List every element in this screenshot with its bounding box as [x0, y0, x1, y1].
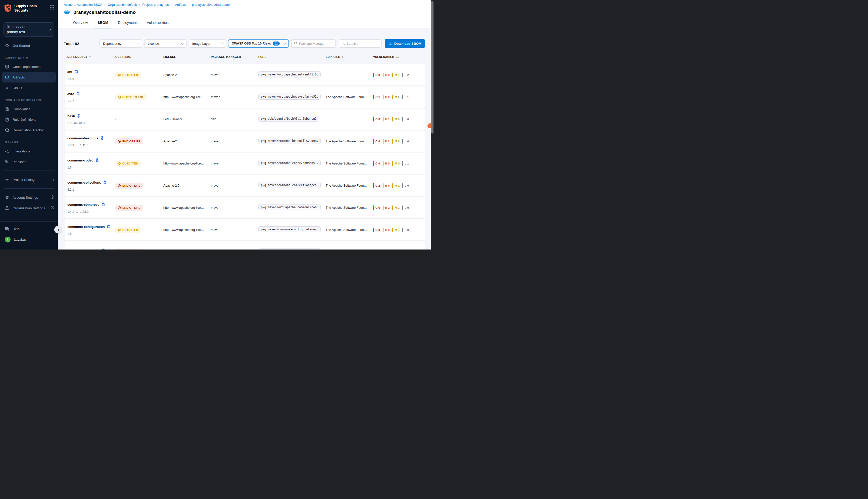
purl-chip[interactable]: pkg:maven/org.apache.commons/com…	[258, 204, 320, 210]
oss-risk-badge: CLOSE TO EOL	[115, 94, 146, 100]
dependency-version: 1.6→	[67, 166, 115, 169]
column-header-supplier[interactable]: SUPPLIER▲▼	[326, 55, 373, 58]
supplier-search[interactable]	[339, 39, 381, 48]
image-layer-dropdown[interactable]: Image Layer	[189, 39, 226, 48]
package-manager-input[interactable]	[299, 42, 333, 46]
severity-m-count: M1	[392, 183, 400, 188]
sidebar-item-pipelines[interactable]: Pipelines	[0, 156, 58, 167]
scrollbar-thumb[interactable]	[431, 1, 433, 134]
sidebar-item-get-started[interactable]: Get Started	[0, 40, 58, 51]
scrollbar-track[interactable]	[431, 0, 434, 250]
sidebar-nav: Get Started SUPPLY CHAIN Code Repositori…	[0, 40, 58, 213]
tab-vulnerabilities[interactable]: Vulnerabilities	[146, 21, 169, 28]
sidebar-item-organization-settings[interactable]: Organization Settings	[0, 203, 58, 213]
license-dropdown[interactable]: License	[144, 39, 187, 48]
severity-m-count: M0	[392, 117, 400, 121]
purl-chip[interactable]: pkg:deb/ubuntu/bash@5.1-6ubuntu1	[258, 116, 319, 122]
supplier: The Apache Software Foun…	[326, 184, 373, 187]
breadcrumb-link[interactable]: Project: pranay-test	[142, 3, 169, 7]
sidebar-collapse-handle[interactable]: ◀	[54, 226, 62, 233]
package-manager-search[interactable]	[291, 39, 336, 48]
table-row[interactable]: commons-beanutils 1.8.3→1.11.0 END OF LI…	[65, 131, 426, 152]
app-switcher-grid-icon[interactable]	[50, 5, 54, 10]
purl-chip[interactable]: pkg:maven/commons-collections/co…	[258, 182, 320, 188]
sidebar-item-code-repositories[interactable]: Code Repositories	[0, 61, 58, 72]
purl-chip[interactable]: pkg:maven/commons-codec/commons-…	[258, 160, 320, 166]
sort-icon[interactable]: ▲▼	[342, 56, 343, 58]
license: Apache-2.0	[163, 73, 211, 77]
table-row[interactable]: commons-fileupload → END OF LIFE Apache-…	[65, 242, 426, 250]
vulnerability-counts: C1H0M0L1	[373, 95, 426, 99]
tab-deployments[interactable]: Deployments	[117, 21, 139, 28]
table-row[interactable]: commons-compress 1.4.1→1.28.0 END OF LIF…	[65, 197, 426, 218]
severity-m-count: M0	[392, 161, 400, 166]
license: Apache-2.0	[163, 139, 211, 143]
tab-overview[interactable]: Overview	[72, 21, 88, 28]
column-header-dependency[interactable]: DEPENDENCY▼	[67, 55, 115, 58]
purl-chip[interactable]: pkg:maven/commons-configuration/…	[258, 226, 320, 232]
remediation-box-icon	[5, 128, 9, 132]
package-manager: maven	[211, 206, 258, 209]
severity-l-count: L0	[402, 117, 409, 121]
table-row[interactable]: avro 1.7.7→ CLOSE TO EOL http---www.apac…	[65, 86, 426, 108]
owasp-risks-dropdown[interactable]: OWASP OSS Top 10 Risks 02	[228, 39, 289, 48]
table-header: DEPENDENCY▼OSS RISKSLICENSEPACKAGE MANAG…	[65, 55, 426, 58]
breadcrumb-link[interactable]: Organization: default	[108, 3, 137, 7]
user-menu[interactable]: L Lavakush	[0, 234, 58, 245]
table-row[interactable]: commons-codec 1.6→ OUTDATED http---www.a…	[65, 153, 426, 174]
sidebar-item-integrations[interactable]: Integrations	[0, 146, 58, 156]
sort-desc-icon[interactable]: ▼	[89, 56, 91, 58]
sidebar-item-project-settings[interactable]: Project Settings ›	[0, 174, 58, 185]
purl-chip[interactable]: pkg:maven/commons-fileupload/com…	[258, 248, 320, 250]
sidebar-item-account-settings[interactable]: Account Settings	[0, 192, 58, 203]
purl-chip[interactable]: pkg:maven/commons-beanutils/comm…	[258, 138, 320, 144]
download-sbom-button[interactable]: Download SBOM	[385, 39, 425, 48]
nav-heading-supply-chain: SUPPLY CHAIN	[0, 51, 58, 61]
column-header-package-manager: PACKAGE MANAGER	[211, 55, 258, 58]
breadcrumb-separator-icon: ›	[189, 3, 190, 7]
oss-risk-badge: END OF LIFE	[115, 249, 143, 250]
severity-h-count: H0	[383, 95, 390, 99]
ban-icon	[118, 206, 121, 209]
dependency-dropdown[interactable]: Dependency	[100, 39, 142, 48]
arrow-right-icon: →	[76, 210, 79, 214]
severity-l-count: L1	[402, 161, 409, 166]
severity-l-count: L0	[402, 139, 409, 144]
severity-m-count: M0	[392, 95, 400, 99]
severity-c-count: C1	[373, 95, 380, 99]
sidebar-item-cicd[interactable]: ∞ CI/CD	[0, 83, 58, 93]
tab-sbom[interactable]: SBOM	[95, 21, 110, 28]
info-icon[interactable]	[51, 206, 54, 210]
sidebar-item-remediation-tracker[interactable]: Remediation Tracker	[0, 125, 58, 135]
info-icon[interactable]	[51, 195, 54, 200]
search-icon	[294, 41, 297, 46]
no-risk-dash: -	[115, 118, 116, 121]
table-row[interactable]: commons-collections 3.2.1→ END OF LIFE A…	[65, 175, 426, 196]
vulnerability-counts: C0H0M1L0	[373, 228, 426, 232]
clock-icon	[118, 162, 121, 165]
package-manager: maven	[211, 162, 258, 165]
sidebar-item-rule-definitions[interactable]: Rule Definitions	[0, 114, 58, 125]
table-row[interactable]: ant 1.6.5→ OUTDATED Apache-2.0 maven pkg…	[65, 64, 426, 86]
severity-l-count: L0	[402, 228, 409, 232]
supplier: The Apache Software Foun…	[326, 162, 373, 165]
breadcrumb-link[interactable]: Account: Automation-SSCA	[64, 3, 102, 7]
table-row[interactable]: commons-configuration 1.6→ OUTDATED http…	[65, 219, 426, 241]
sidebar-item-compliance[interactable]: Compliance	[0, 104, 58, 114]
sidebar-item-help[interactable]: ? Help	[0, 223, 58, 234]
severity-c-count: C0	[373, 73, 380, 77]
docker-icon	[64, 9, 71, 16]
table-row[interactable]: bash 5.1-6ubuntu1→ - GPL-3.0-only deb pk…	[65, 109, 426, 130]
license: http---www.apache.org-lice…	[163, 95, 211, 99]
severity-h-count: H1	[383, 117, 390, 121]
sidebar-item-artifacts[interactable]: Artifacts	[2, 72, 56, 83]
layers-icon	[101, 202, 105, 207]
project-label: PROJECT	[12, 25, 25, 28]
breadcrumb-link[interactable]: pranaycshah/todolist-demo	[192, 3, 230, 7]
page-title: pranaycshah/todolist-demo	[73, 10, 136, 15]
project-selector[interactable]: PROJECT pranay-test ›	[3, 22, 54, 37]
supplier-input[interactable]	[347, 42, 379, 46]
purl-chip[interactable]: pkg:maven/org.apache.ant/ant@1.6…	[258, 71, 320, 77]
purl-chip[interactable]: pkg:maven/org.apache.avro/avro@1…	[258, 94, 320, 100]
breadcrumb-link[interactable]: Artifacts	[175, 3, 187, 7]
